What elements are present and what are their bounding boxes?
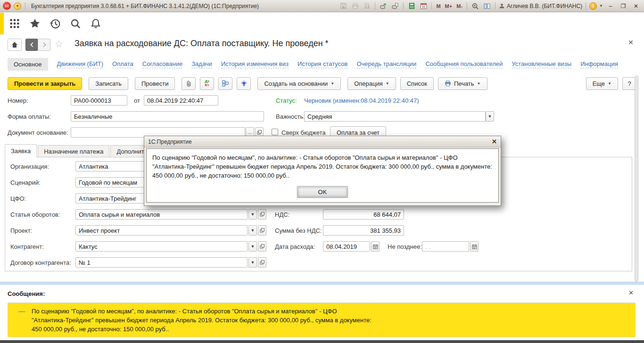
print-button[interactable]: Печать ▼ — [438, 77, 487, 90]
open-icon — [260, 212, 264, 217]
turnover-item-dropdown-button[interactable]: ▼ — [248, 209, 257, 220]
over-budget-checkbox[interactable] — [272, 129, 278, 135]
dialog-close-button[interactable]: ✕ — [492, 138, 497, 145]
get-link-icon[interactable] — [379, 2, 388, 10]
document-date-input[interactable] — [144, 95, 218, 106]
not-later-input[interactable] — [422, 241, 469, 252]
forward-button[interactable] — [38, 39, 50, 51]
close-messages-button[interactable]: ✕ — [628, 289, 634, 296]
importance-dropdown-button[interactable]: ▼ — [486, 111, 494, 122]
ok-button[interactable]: OK — [297, 186, 348, 198]
dialog-titlebar: 1С:Предприятие ✕ — [144, 136, 501, 147]
post-and-close-button[interactable]: Провести и закрыть — [8, 77, 82, 90]
open-icon — [260, 228, 264, 233]
project-label: Проект: — [10, 227, 32, 234]
notifications-icon[interactable] — [90, 17, 102, 30]
expense-date-input[interactable] — [323, 241, 370, 252]
turnover-item-input[interactable] — [75, 209, 248, 220]
payment-form-input[interactable] — [71, 111, 264, 122]
calendar-icon[interactable]: 31 — [419, 2, 428, 10]
more-button[interactable]: Еще ▼ — [586, 77, 618, 90]
print-icon[interactable] — [350, 2, 360, 10]
memory-m-button[interactable]: M — [435, 3, 441, 9]
amount-without-vat-input[interactable] — [323, 225, 404, 236]
save-icon[interactable] — [339, 2, 348, 10]
write-button[interactable]: Записать — [89, 77, 128, 90]
minimize-button[interactable]: – — [605, 3, 616, 9]
vertical-scrollbar[interactable] — [635, 75, 638, 282]
memory-m-minus-button[interactable]: M- — [455, 3, 463, 9]
vat-input[interactable] — [323, 209, 404, 220]
tab-payment-purpose[interactable]: Назначение платежа — [38, 145, 109, 157]
create-based-on-button[interactable]: Создать на основании ▼ — [257, 77, 341, 90]
operation-button[interactable]: Операция ▼ — [347, 77, 396, 90]
tab-information[interactable]: Информация — [580, 60, 618, 68]
attachments-button[interactable] — [182, 77, 196, 90]
messages-splitter[interactable] — [0, 282, 644, 285]
tab-set-visas[interactable]: Установленные визы — [512, 60, 571, 68]
home-button[interactable] — [8, 39, 22, 51]
memory-m-plus-button[interactable]: M+ — [444, 3, 454, 9]
main-menu-button[interactable]: ▼ — [14, 2, 21, 10]
tab-tasks[interactable]: Задачи — [191, 60, 212, 68]
open-icon — [260, 260, 264, 265]
chevron-down-icon[interactable]: ▼ — [599, 4, 603, 8]
chevron-down-icon: ▼ — [477, 82, 481, 86]
tab-visa-history[interactable]: История изменения виз — [221, 60, 289, 68]
counterparty-dropdown-button[interactable]: ▼ — [248, 241, 257, 252]
tab-movements[interactable]: Движения (БИТ) — [57, 60, 103, 68]
counterparty-open-button[interactable] — [258, 241, 266, 252]
project-open-button[interactable] — [258, 225, 266, 236]
post-button[interactable]: Провести — [135, 77, 175, 90]
tab-main[interactable]: Основное — [8, 58, 48, 71]
message-marker: — — [18, 308, 25, 315]
info-icon[interactable]: i — [589, 2, 597, 10]
back-button[interactable] — [25, 39, 38, 51]
dt-kt-button[interactable]: Дт Кт — [200, 77, 214, 90]
project-input[interactable] — [75, 225, 248, 236]
turnover-item-open-button[interactable] — [258, 209, 266, 220]
tab-approval[interactable]: Согласование — [142, 60, 182, 68]
tab-status-history[interactable]: История статусов — [297, 60, 348, 68]
favorite-star-icon[interactable]: ☆ — [55, 39, 63, 49]
contract-dropdown-button[interactable]: ▼ — [248, 257, 257, 268]
chevron-down-icon: ▼ — [386, 82, 389, 86]
favorites-icon[interactable] — [29, 17, 41, 30]
contract-input[interactable] — [75, 257, 248, 268]
print-preview-icon[interactable] — [362, 2, 372, 10]
structure-icon — [222, 80, 229, 87]
current-user[interactable]: Агличев В.В. (БИТ.ФИНАНС) — [499, 3, 582, 9]
counterparty-input[interactable] — [75, 241, 248, 252]
zoom-icon[interactable] — [471, 2, 480, 10]
message-item[interactable]: — По сценарию "Годовой по месяцам", по а… — [8, 302, 636, 337]
close-window-button[interactable]: ✕ — [631, 3, 641, 9]
history-icon[interactable] — [49, 17, 61, 30]
go-to-link-icon[interactable] — [390, 2, 400, 10]
split-window-icon[interactable] — [482, 2, 492, 10]
importance-input[interactable] — [304, 111, 486, 122]
contract-open-button[interactable] — [258, 257, 266, 268]
list-button[interactable]: Список — [400, 77, 434, 90]
status-value-link[interactable]: Черновик (изменен:08.04.2019 22:40:47) — [304, 97, 419, 104]
expense-date-calendar-button[interactable] — [371, 241, 380, 252]
calculator-icon[interactable] — [407, 2, 416, 10]
tab-payment[interactable]: Оплата — [112, 60, 133, 68]
dialog-text-line: 450 000,00 руб., не достаточно: 150 000,… — [152, 171, 493, 180]
close-form-button[interactable]: ✕ — [628, 39, 634, 46]
search-icon[interactable] — [69, 17, 82, 30]
divider — [431, 2, 432, 10]
apps-menu-icon[interactable] — [8, 17, 21, 30]
calendar-icon — [472, 244, 477, 249]
dialog-text-line: По сценарию "Годовой по месяцам", по ана… — [152, 153, 493, 162]
maximize-button[interactable]: ❐ — [618, 3, 628, 9]
related-documents-button[interactable] — [218, 77, 232, 90]
tab-request[interactable]: Заявка — [5, 144, 37, 157]
number-input[interactable] — [71, 95, 127, 106]
tab-user-messages[interactable]: Сообщения пользователей — [425, 60, 503, 68]
accent-strip — [0, 13, 4, 34]
tab-broadcast-queue[interactable]: Очередь трансляции — [356, 60, 416, 68]
payment-form-label: Форма оплаты: — [8, 113, 51, 120]
project-dropdown-button[interactable]: ▼ — [248, 225, 257, 236]
hint-button[interactable] — [237, 77, 251, 90]
not-later-calendar-button[interactable] — [470, 241, 479, 252]
